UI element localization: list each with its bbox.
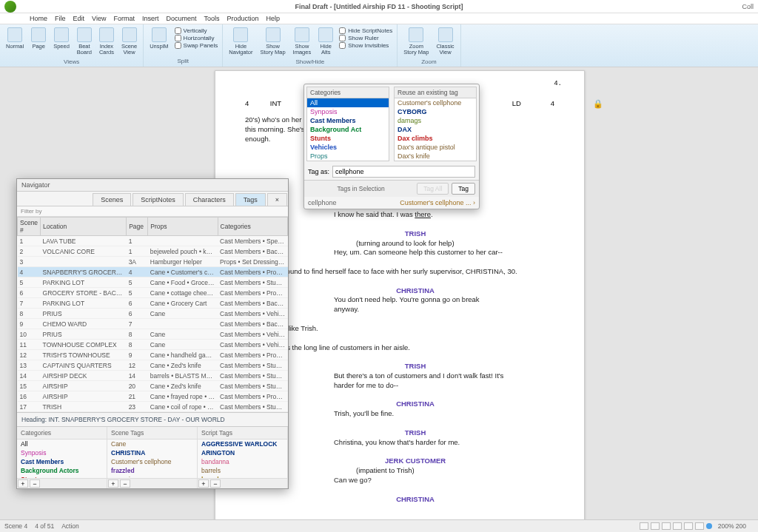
view-icon[interactable]	[695, 522, 704, 530]
table-row[interactable]: 8PRIUS6CaneCast Members • Vehicles • Pro	[18, 309, 288, 319]
script-paren[interactable]: (turning around to look for help)	[356, 239, 489, 249]
list-item[interactable]: Dax's knife	[395, 152, 476, 161]
ribbon-btn-show-story-map[interactable]: ShowStory Map	[257, 26, 288, 58]
view-icon[interactable]	[651, 522, 660, 530]
remove-button[interactable]: −	[210, 479, 221, 488]
navigator-filter-label[interactable]: Filter by	[17, 206, 288, 217]
script-dial[interactable]: But there's a ton of customers and I don…	[334, 371, 504, 391]
table-row[interactable]: 14AIRSHIP DECK14barrels • BLASTS Mac's a…	[18, 371, 288, 381]
list-item[interactable]: Cane	[107, 440, 197, 448]
tag-all-button[interactable]: Tag All	[417, 183, 449, 195]
table-row[interactable]: 15AIRSHIP20Cane • Zed's knifeCast Member…	[18, 381, 288, 391]
list-item[interactable]: All	[17, 440, 107, 448]
table-row[interactable]: 13CAPTAIN'S QUARTERS12Cane • Zed's knife…	[18, 360, 288, 371]
menu-view[interactable]: View	[92, 15, 106, 22]
ribbon-btn-normal[interactable]: Normal	[3, 26, 27, 51]
table-row[interactable]: 10PRIUS8CaneCast Members • Vehicles • Pr…	[18, 329, 288, 340]
script-dial[interactable]: Christina, you know that's harder for me…	[334, 438, 504, 448]
list-item[interactable]: CHRISTINA	[107, 448, 197, 457]
tag-popup[interactable]: Categories AllSynposisCast MembersBackgr…	[303, 84, 480, 209]
list-item[interactable]: AGGRESSIVE WARLOCK	[198, 440, 287, 448]
script-char[interactable]: TRISH	[349, 362, 482, 371]
script-char[interactable]: CHRISTINA	[349, 495, 482, 505]
table-row[interactable]: 9CHEMO WARD7Cast Members • Background A	[18, 319, 288, 329]
list-item[interactable]: bandanna	[198, 457, 287, 466]
column-header[interactable]: Props	[148, 218, 218, 236]
script-char[interactable]: JERK CUSTOMER	[349, 457, 482, 466]
script-paren[interactable]: (impatient to Trish)	[356, 466, 489, 476]
list-item[interactable]: DAX	[395, 125, 476, 134]
ribbon-btn-index-cards[interactable]: IndexCards	[96, 26, 117, 58]
tag-as-input[interactable]	[332, 166, 475, 178]
table-row[interactable]: 6GROCERY STORE - BACK O...5Cane • cottag…	[18, 288, 288, 298]
list-item[interactable]: All	[307, 98, 389, 107]
remove-button[interactable]: −	[30, 479, 40, 488]
table-row[interactable]: 7PARKING LOT6Cane • Grocery CartCast Mem…	[18, 298, 288, 309]
script-dial[interactable]: Trish, you'll be fine.	[334, 409, 504, 419]
script-char[interactable]: CHRISTINA	[349, 400, 482, 409]
table-row[interactable]: 12TRISH'S TOWNHOUSE9Cane • handheld game…	[18, 350, 288, 360]
ribbon-btn-page[interactable]: Page	[28, 26, 49, 51]
table-row[interactable]: 4SNAPBERRY'S GROCERY ST...4Cane • Custom…	[18, 267, 288, 277]
script-action[interactable]: Trish turns around to find herself face …	[245, 267, 554, 277]
column-header[interactable]: Categories	[218, 218, 287, 236]
table-row[interactable]: 5PARKING LOT5Cane • Food • Grocery CartC…	[18, 277, 288, 288]
table-row[interactable]: 2VOLCANIC CORE1bejeweled pouch • knife •…	[18, 246, 288, 257]
ribbon-btn-show-images[interactable]: ShowImages	[290, 26, 315, 58]
list-item[interactable]: Stunts	[307, 134, 389, 143]
ribbon-btn-scene-view[interactable]: SceneView	[118, 26, 140, 58]
list-item[interactable]: CYBORG	[395, 107, 476, 116]
script-char[interactable]: TRISH	[349, 229, 482, 239]
view-icon[interactable]	[640, 522, 648, 530]
list-item[interactable]: Customer's cellphone	[395, 98, 476, 107]
script-action[interactable]: Trish indicates the long line of custome…	[245, 343, 554, 353]
navigator-panel[interactable]: Navigator ScenesScriptNotesCharactersTag…	[16, 178, 289, 489]
ribbon-btn-speed[interactable]: Speed	[50, 26, 73, 51]
column-header[interactable]: Location	[41, 218, 127, 236]
ribbon-btn-beat-board[interactable]: BeatBoard	[74, 26, 95, 58]
menu-production[interactable]: Production	[227, 15, 258, 22]
list-item[interactable]: Dax's antique pistol	[395, 143, 476, 152]
tagpop-categories[interactable]: Categories AllSynposisCast MembersBackgr…	[306, 87, 389, 161]
ribbon-btn-hide-navigator[interactable]: HideNavigator	[226, 26, 255, 58]
tagpop-reuse[interactable]: Reuse an existing tag Customer's cellpho…	[394, 87, 477, 161]
close-icon[interactable]: ×	[267, 193, 287, 206]
list-item[interactable]: Background Act	[307, 125, 389, 134]
ribbon-mini-hide-scriptnotes[interactable]: Hide ScriptNotes	[339, 27, 392, 34]
list-item[interactable]: Customer's cellphone	[107, 457, 197, 466]
view-icon[interactable]	[662, 522, 671, 530]
table-row[interactable]: 33AHamburger HelperProps • Set Dressing …	[18, 257, 288, 267]
tab-scenes[interactable]: Scenes	[93, 193, 131, 206]
ribbon-check-swap-panels[interactable]: Swap Panels	[175, 42, 218, 49]
list-item[interactable]: Vehicles	[307, 143, 389, 152]
list-item[interactable]: damags	[395, 116, 476, 125]
script-dial[interactable]: Can we go?	[334, 476, 504, 485]
ribbon-check-vertically[interactable]: Vertically	[175, 27, 218, 34]
status-zoom[interactable]: 200% 200	[718, 522, 746, 530]
list-item[interactable]: ARINGTON	[198, 448, 287, 457]
add-button[interactable]: +	[18, 479, 28, 488]
status-icons[interactable]	[640, 522, 712, 530]
script-dial[interactable]: Hey, um. Can someone help this customer …	[334, 248, 504, 257]
ribbon-mini-show-invisibles[interactable]: Show Invisibles	[339, 42, 392, 49]
view-icon[interactable]	[684, 522, 693, 530]
menu-help[interactable]: Help	[266, 15, 281, 22]
list-item[interactable]: frazzled	[107, 466, 197, 475]
add-button[interactable]: +	[108, 479, 118, 488]
list-item[interactable]: Props	[307, 152, 389, 161]
view-icon[interactable]	[673, 522, 682, 530]
ribbon-check-horizontally[interactable]: Horizontally	[175, 35, 218, 41]
tab-characters[interactable]: Characters	[185, 193, 234, 206]
script-dial[interactable]: I know he said that. I was there.	[334, 210, 504, 220]
add-button[interactable]: +	[198, 479, 209, 488]
menu-format[interactable]: Format	[113, 15, 135, 22]
script-char[interactable]: CHRISTINA	[349, 286, 482, 296]
nav-scenetags-col[interactable]: Scene TagsCaneCHRISTINACustomer's cellph…	[107, 427, 198, 488]
nav-scripttags-col[interactable]: Script TagsAGGRESSIVE WARLOCKARINGTONban…	[198, 427, 288, 488]
tab-scriptnotes[interactable]: ScriptNotes	[133, 193, 184, 206]
table-row[interactable]: 11TOWNHOUSE COMPLEX8CaneCast Members • V…	[18, 340, 288, 350]
list-item[interactable]: Cast Members	[307, 116, 389, 125]
ribbon-btn-zoom-story-map[interactable]: ZoomStory Map	[400, 26, 432, 58]
menu-home[interactable]: Home	[30, 15, 47, 22]
tab-tags[interactable]: Tags	[235, 193, 266, 206]
